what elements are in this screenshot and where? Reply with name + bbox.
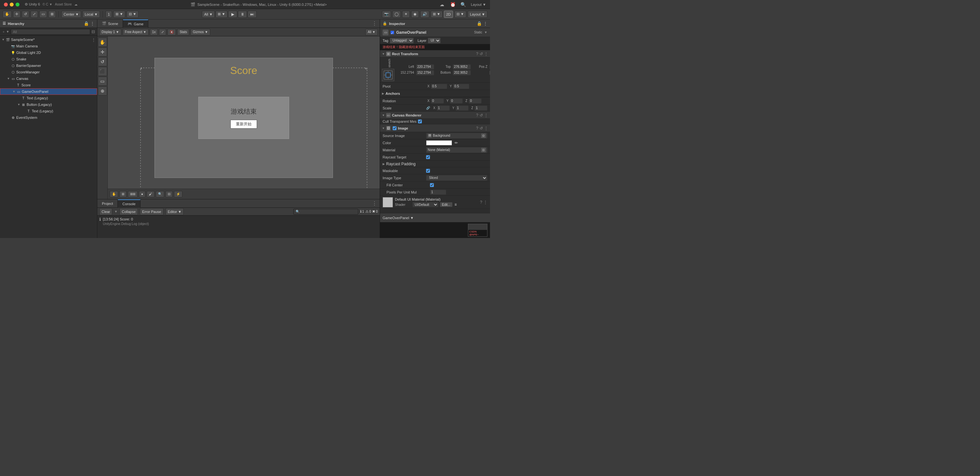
editor-filter-btn[interactable]: Editor ▼	[165, 208, 184, 215]
scale-x-input[interactable]	[437, 105, 450, 111]
light-btn[interactable]: ☀	[402, 11, 410, 18]
add-hierarchy-btn[interactable]: ＋ ▼	[2, 30, 10, 34]
hierarchy-item-text-legacy-1[interactable]: T Text (Legacy)	[0, 95, 97, 101]
hierarchy-lock-icon[interactable]: 🔒	[84, 21, 89, 26]
grid-btn[interactable]: ⊞ ▼	[113, 11, 125, 18]
pause-button[interactable]: ⏸	[238, 11, 247, 18]
rotation-z-input[interactable]	[469, 98, 482, 104]
scene-view[interactable]: ✋ ✛ ↺ ⬛ ▭ ⊕	[97, 36, 380, 199]
asset-store-btn[interactable]: Asset Store	[55, 3, 72, 6]
maximize-button[interactable]	[16, 3, 19, 6]
hierarchy-item-barrier-spawner[interactable]: ⬡ BarrierSpawner	[0, 62, 97, 69]
search-icon[interactable]: 🔍	[460, 2, 466, 7]
maximize-btn[interactable]: ⤢	[159, 29, 166, 35]
rotation-y-input[interactable]	[450, 98, 463, 104]
shader-edit-btn[interactable]: Edit...	[440, 202, 453, 207]
rect-transform-menu[interactable]: ⋮	[484, 52, 488, 56]
minimize-button[interactable]	[10, 3, 14, 6]
play-button[interactable]: ▶	[228, 11, 237, 18]
anchors-header[interactable]: ▶ Anchors	[380, 90, 490, 97]
transform-tool-btn[interactable]: ⊞	[48, 11, 56, 18]
scene-hand-btn[interactable]: ✋	[110, 191, 118, 197]
scene-display-btn[interactable]: ⊞	[119, 191, 127, 197]
material-pick-btn[interactable]: ⊙	[481, 148, 486, 152]
left-input[interactable]	[416, 64, 434, 69]
camera-icon-btn[interactable]: 📷	[382, 11, 391, 18]
scale-scene-tool[interactable]: ⬛	[98, 67, 107, 76]
image-help[interactable]: ?	[476, 126, 478, 131]
hierarchy-menu-icon[interactable]: ⋮	[90, 21, 94, 26]
rect-anchor-icon[interactable]	[382, 69, 394, 81]
tab-project[interactable]: Project	[97, 200, 118, 208]
rotation-x-input[interactable]	[431, 98, 444, 104]
rect-transform-revert[interactable]: ↺	[480, 52, 483, 56]
game-over-panel-bottom-label[interactable]: GameOverPanel ▼	[383, 216, 414, 220]
aspect-select-btn[interactable]: Free Aspect ▼	[123, 29, 149, 35]
canvas-renderer-menu[interactable]: ⋮	[484, 113, 488, 118]
snapping-btn[interactable]: ⊟ ▼	[127, 11, 138, 18]
scale-z-input[interactable]	[474, 105, 487, 111]
custom-filter-btn[interactable]: ⊞ ▼	[215, 11, 228, 18]
hierarchy-item-game-over-panel[interactable]: ▼ ▭ GameOverPanel	[0, 88, 97, 95]
hierarchy-item-event-system[interactable]: ⚙ EventSystem	[0, 114, 97, 121]
tab-scene[interactable]: 🎬 Scene	[97, 19, 123, 28]
hierarchy-item-score[interactable]: T Score	[0, 82, 97, 88]
local-toggle-btn[interactable]: Local ▼	[83, 11, 100, 18]
inspector-lock-btn[interactable]: 🔒	[477, 21, 482, 26]
hierarchy-item-canvas[interactable]: ▼ ▭ Canvas	[0, 75, 97, 82]
color-picker[interactable]	[426, 140, 452, 145]
canvas-renderer-revert[interactable]: ↺	[480, 113, 483, 118]
center-toggle-btn[interactable]: Center ▼	[61, 11, 81, 18]
pivot-x-input[interactable]	[431, 84, 447, 89]
scale-y-input[interactable]	[456, 105, 469, 111]
canvas-renderer-header[interactable]: ▼ ▭ Canvas Renderer ? ↺ ⋮	[380, 112, 490, 119]
material-footer-menu[interactable]: ⋮	[484, 200, 487, 204]
custom-scene-tool[interactable]: ⊕	[98, 86, 107, 96]
shader-select[interactable]: UI/Default	[412, 202, 438, 207]
hierarchy-item-global-light[interactable]: 💡 Global Light 2D	[0, 50, 97, 56]
scene-grid-btn[interactable]: ⊞⊞	[128, 191, 138, 197]
scene-anim-btn[interactable]: ⚡	[174, 191, 182, 197]
snap-btn[interactable]: 1	[105, 11, 112, 18]
scene-tabs-more[interactable]: ⋮	[372, 21, 380, 27]
shader-menu-btn[interactable]: ≡	[455, 202, 457, 207]
raycast-padding-row[interactable]: ▶ Raycast Padding	[380, 161, 490, 167]
right-input[interactable]	[416, 70, 434, 75]
top-input[interactable]	[453, 64, 471, 69]
layer-select[interactable]: UI	[428, 38, 441, 43]
clear-btn[interactable]: Clear	[99, 208, 112, 215]
move-scene-tool[interactable]: ✛	[98, 47, 107, 56]
rect-scene-tool[interactable]: ▭	[98, 77, 107, 86]
image-active-checkbox[interactable]	[393, 126, 396, 130]
raycast-target-checkbox[interactable]	[426, 155, 430, 159]
close-button[interactable]	[4, 3, 8, 6]
fill-center-checkbox[interactable]	[430, 183, 434, 187]
audio-btn[interactable]: 🔊	[420, 11, 429, 18]
color-eyedropper[interactable]: ✏	[455, 141, 458, 145]
tag-select[interactable]: Untagged	[390, 38, 414, 43]
scene-paint-btn[interactable]: 🖌	[147, 191, 154, 197]
pixels-per-unit-input[interactable]	[430, 190, 446, 195]
error-pause-btn[interactable]: Error Pause	[140, 208, 164, 215]
toggle-btn[interactable]: ⊞ ▼	[431, 11, 442, 18]
scene-search-btn[interactable]: 🔍	[156, 191, 164, 197]
cloud-collab-icon[interactable]: ☁	[74, 3, 78, 6]
rect-transform-header[interactable]: ▼ ⊞ Rect Transform ? ↺ ⋮	[380, 50, 490, 58]
hierarchy-item-score-manager[interactable]: ⬡ ScoreManager	[0, 69, 97, 75]
scene-circle-btn[interactable]: ●	[139, 191, 145, 197]
scene-snap-btn[interactable]: ⊟	[165, 191, 173, 197]
scale-field-btn[interactable]: 1x	[150, 29, 158, 35]
console-search-input[interactable]	[293, 209, 358, 215]
layout-btn[interactable]: Layout ▼	[471, 3, 486, 6]
gizmos-btn[interactable]: ⊟ ▼	[454, 11, 466, 18]
mute-btn[interactable]: 🔇	[167, 29, 176, 35]
history-icon[interactable]: ⏰	[450, 2, 455, 7]
all-filter-btn[interactable]: All ▼	[202, 11, 215, 18]
tab-console[interactable]: Console	[118, 200, 140, 208]
image-revert[interactable]: ↺	[480, 126, 483, 131]
r-btn[interactable]: R	[489, 70, 490, 75]
canvas-renderer-help[interactable]: ?	[476, 113, 478, 118]
stats-btn[interactable]: Stats	[177, 29, 189, 35]
source-image-pick-btn[interactable]: ⊙	[481, 133, 486, 138]
move-tool-btn[interactable]: ✛	[13, 11, 21, 18]
